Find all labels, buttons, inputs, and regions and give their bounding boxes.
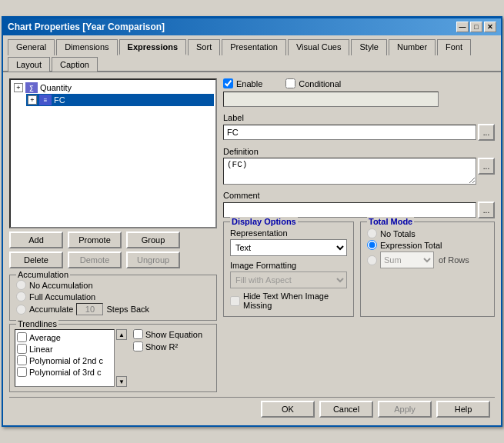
- definition-heading: Definition: [223, 147, 495, 156]
- show-equation-label: Show Equation: [145, 330, 202, 339]
- trend-poly2-check[interactable]: [17, 355, 27, 365]
- representation-label: Representation: [230, 228, 347, 238]
- tab-number[interactable]: Number: [389, 39, 436, 55]
- tab-expressions[interactable]: Expressions: [119, 39, 186, 55]
- expression-tree[interactable]: + ∑ Quantity + ≡ FC: [9, 78, 217, 228]
- trend-poly3[interactable]: Polynomial of 3rd c: [17, 366, 112, 378]
- tab-font[interactable]: Font: [437, 39, 471, 55]
- trendlines-group: Trendlines Average Linear: [9, 324, 217, 392]
- show-equation-row: Show Equation: [133, 329, 202, 339]
- expression-total-row: Expression Total: [367, 240, 488, 250]
- tab-dimensions[interactable]: Dimensions: [56, 39, 117, 55]
- show-equation-check[interactable]: [133, 329, 143, 339]
- title-bar-buttons: — □ ✕: [456, 22, 496, 32]
- trend-scroll-up[interactable]: ▲: [116, 329, 127, 340]
- button-row-2: Delete Demote Ungroup: [9, 251, 217, 268]
- fc-label: FC: [54, 95, 65, 105]
- display-options-legend: Display Options: [230, 217, 298, 226]
- trend-poly3-label: Polynomial of 3rd c: [29, 368, 102, 377]
- sum-radio[interactable]: [367, 255, 377, 265]
- tab-visual-cues[interactable]: Visual Cues: [288, 39, 350, 55]
- no-accumulation-radio[interactable]: [16, 280, 26, 290]
- definition-ellipsis-button[interactable]: ...: [478, 158, 495, 175]
- footer-buttons: OK Cancel Apply Help: [9, 397, 495, 419]
- fc-icon: ≡: [39, 95, 52, 105]
- delete-button[interactable]: Delete: [9, 251, 63, 268]
- close-button[interactable]: ✕: [484, 22, 496, 32]
- definition-input-row: ...: [223, 158, 495, 185]
- trendlines-list[interactable]: Average Linear Polynomial of 2nd c: [15, 329, 115, 387]
- full-accumulation-radio[interactable]: [16, 291, 26, 301]
- add-button[interactable]: Add: [9, 231, 63, 248]
- conditional-input[interactable]: [223, 92, 439, 107]
- tab-presentation[interactable]: Presentation: [222, 39, 286, 55]
- show-r2-label: Show R²: [145, 342, 178, 351]
- maximize-button[interactable]: □: [470, 22, 482, 32]
- expression-total-radio[interactable]: [367, 240, 377, 250]
- group-button[interactable]: Group: [126, 231, 180, 248]
- image-formatting-select[interactable]: Fill with Aspect: [230, 271, 347, 288]
- bottom-row: Display Options Representation Text Imag…: [223, 222, 495, 317]
- trend-average[interactable]: Average: [17, 331, 112, 343]
- accumulate-label: Accumulate: [29, 305, 73, 314]
- sum-select[interactable]: Sum: [380, 251, 434, 268]
- trend-poly3-check[interactable]: [17, 367, 27, 377]
- trend-average-label: Average: [29, 333, 61, 342]
- trend-poly2[interactable]: Polynomial of 2nd c: [17, 355, 112, 366]
- definition-section: Definition ...: [223, 147, 495, 185]
- image-formatting-section: Image Formatting Fill with Aspect: [230, 261, 347, 288]
- demote-button[interactable]: Demote: [68, 251, 122, 268]
- show-r2-check[interactable]: [133, 341, 143, 351]
- label-input[interactable]: [223, 125, 476, 140]
- display-options-box: Display Options Representation Text Imag…: [223, 222, 354, 317]
- enable-cond-top: Enable Conditional: [223, 78, 495, 88]
- representation-select[interactable]: Text Image Gauge Mini Chart: [230, 239, 347, 256]
- image-formatting-label: Image Formatting: [230, 261, 347, 270]
- trendlines-row: Average Linear Polynomial of 2nd c: [15, 329, 212, 387]
- trend-linear[interactable]: Linear: [17, 343, 112, 355]
- comment-input[interactable]: [223, 202, 476, 218]
- tree-item-fc[interactable]: + ≡ FC: [26, 94, 214, 106]
- accumulation-group: Accumulation No Accumulation Full Accumu…: [9, 275, 217, 321]
- content-area: + ∑ Quantity + ≡ FC Add Promote Group: [3, 72, 501, 425]
- minimize-button[interactable]: —: [456, 22, 469, 32]
- enable-checkbox[interactable]: [223, 78, 233, 88]
- trend-scroll-down[interactable]: ▼: [116, 376, 127, 387]
- label-heading: Label: [223, 113, 495, 122]
- trend-linear-check[interactable]: [17, 344, 27, 354]
- button-row-1: Add Promote Group: [9, 231, 217, 248]
- no-totals-label: No Totals: [380, 229, 416, 238]
- hide-text-checkbox[interactable]: [230, 296, 240, 306]
- expand-fc[interactable]: +: [28, 95, 37, 105]
- comment-ellipsis-button[interactable]: ...: [478, 202, 495, 218]
- total-mode-box: Total Mode No Totals Expression Total: [360, 222, 495, 317]
- expand-quantity[interactable]: +: [14, 83, 23, 92]
- tab-sort[interactable]: Sort: [188, 39, 220, 55]
- cancel-button[interactable]: Cancel: [319, 401, 373, 418]
- no-totals-radio[interactable]: [367, 228, 377, 238]
- hide-text-row: Hide Text When Image Missing: [230, 291, 347, 310]
- label-ellipsis-button[interactable]: ...: [478, 124, 495, 141]
- comment-input-row: ...: [223, 202, 495, 218]
- ok-button[interactable]: OK: [261, 401, 315, 418]
- main-area: + ∑ Quantity + ≡ FC Add Promote Group: [9, 78, 495, 392]
- ungroup-button[interactable]: Ungroup: [126, 251, 180, 268]
- tab-general[interactable]: General: [8, 39, 55, 55]
- window-title: Chart Properties [Year Comparison]: [8, 22, 165, 32]
- tab-style[interactable]: Style: [351, 39, 386, 55]
- trend-average-check[interactable]: [17, 332, 27, 342]
- quantity-label: Quantity: [40, 83, 72, 92]
- total-mode-legend: Total Mode: [367, 217, 414, 226]
- definition-textarea[interactable]: [223, 158, 476, 185]
- steps-input[interactable]: [76, 303, 103, 315]
- of-rows-label: of Rows: [439, 255, 469, 265]
- tab-layout[interactable]: Layout: [8, 57, 50, 72]
- apply-button[interactable]: Apply: [378, 401, 432, 418]
- promote-button[interactable]: Promote: [68, 231, 122, 248]
- steps-back-label: Steps Back: [106, 305, 149, 314]
- tab-caption[interactable]: Caption: [52, 57, 98, 72]
- help-button[interactable]: Help: [436, 401, 490, 418]
- tree-item-quantity[interactable]: + ∑ Quantity: [12, 82, 214, 94]
- accumulate-radio[interactable]: [16, 305, 26, 315]
- conditional-checkbox[interactable]: [285, 78, 295, 88]
